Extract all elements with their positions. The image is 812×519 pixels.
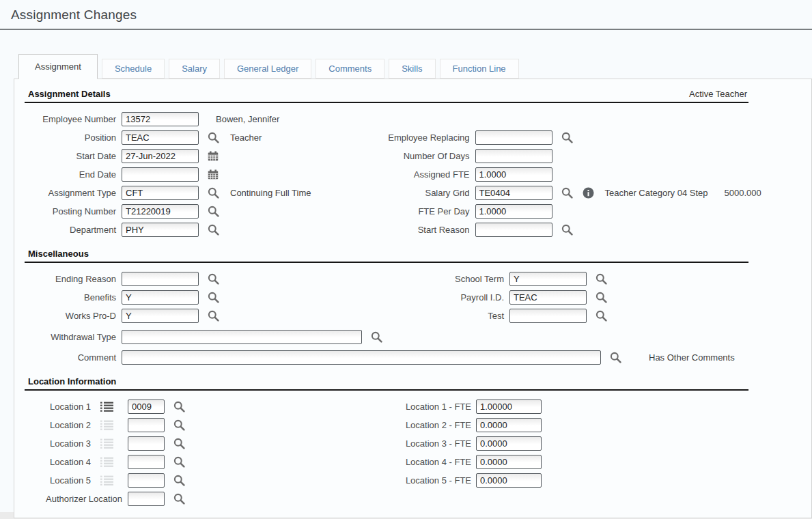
field-row-works-pro-d: Works Pro-D xyxy=(25,307,346,325)
location-1-search-icon[interactable] xyxy=(173,401,185,412)
start-date-input[interactable] xyxy=(122,149,199,163)
location-3-fte-input[interactable] xyxy=(476,436,542,451)
start-reason-search-icon[interactable] xyxy=(561,224,573,236)
position-search-icon[interactable] xyxy=(208,132,219,143)
employee-number-input[interactable] xyxy=(122,112,199,126)
field-row-assigned-fte: Assigned FTE xyxy=(311,165,761,184)
location-3-input[interactable] xyxy=(128,436,165,451)
location-3-label: Location 3 xyxy=(25,438,91,449)
location-2-fte-label: Location 2 - FTE xyxy=(346,420,471,430)
location-2-label: Location 2 xyxy=(25,420,91,430)
location-5-list-icon xyxy=(100,475,114,486)
works-pro-d-input[interactable] xyxy=(122,309,199,323)
withdrawal-type-search-icon[interactable] xyxy=(371,331,382,343)
authorizer-location-input[interactable] xyxy=(128,492,165,506)
field-row-posting-number: Posting Number xyxy=(25,202,311,221)
field-row-assignment-type: Assignment Type Continuing Full Time xyxy=(25,184,311,202)
end-date-label: End Date xyxy=(25,169,116,180)
salary-grid-info-icon[interactable] xyxy=(583,187,594,199)
school-term-label: School Term xyxy=(346,274,504,284)
works-pro-d-search-icon[interactable] xyxy=(208,310,219,322)
posting-number-search-icon[interactable] xyxy=(208,206,219,217)
number-of-days-label: Number Of Days xyxy=(311,151,470,161)
status-active-teacher: Active Teacher xyxy=(689,89,747,99)
payroll-id-label: Payroll I.D. xyxy=(346,292,504,303)
location-information-header: Location Information xyxy=(25,372,748,391)
start-date-calendar-icon[interactable] xyxy=(208,151,219,161)
tab-general-ledger[interactable]: General Ledger xyxy=(224,59,311,79)
tab-assignment[interactable]: Assignment xyxy=(18,54,98,79)
number-of-days-input[interactable] xyxy=(475,149,552,163)
field-row-location-5-fte: Location 5 - FTE xyxy=(346,471,748,490)
ending-reason-label: Ending Reason xyxy=(25,274,116,284)
location-5-search-icon[interactable] xyxy=(173,475,185,486)
page-header: Assignment Changes xyxy=(0,0,812,29)
location-4-fte-input[interactable] xyxy=(476,455,542,469)
comment-search-icon[interactable] xyxy=(610,352,621,363)
fte-per-day-input[interactable] xyxy=(475,204,552,219)
field-row-salary-grid: Salary Grid Teacher Category 04 Step 500… xyxy=(311,184,761,202)
benefits-search-icon[interactable] xyxy=(208,292,219,303)
test-search-icon[interactable] xyxy=(596,310,607,322)
section-title-location-information: Location Information xyxy=(28,376,116,387)
tab-schedule[interactable]: Schedule xyxy=(102,59,165,79)
payroll-id-input[interactable] xyxy=(509,290,587,305)
salary-grid-input[interactable] xyxy=(475,186,552,200)
location-2-list-icon xyxy=(100,420,114,431)
field-row-school-term: School Term xyxy=(346,270,748,288)
location-5-input[interactable] xyxy=(128,473,165,488)
field-row-fte-per-day: FTE Per Day xyxy=(311,202,761,221)
school-term-search-icon[interactable] xyxy=(596,273,607,285)
benefits-input[interactable] xyxy=(122,290,199,305)
field-row-comment: Comment Has Other Comments xyxy=(25,348,748,367)
location-2-input[interactable] xyxy=(128,418,165,432)
posting-number-input[interactable] xyxy=(122,204,199,219)
location-5-fte-input[interactable] xyxy=(476,473,542,488)
field-row-location-4-fte: Location 4 - FTE xyxy=(346,453,748,471)
test-input[interactable] xyxy=(509,309,587,323)
position-input[interactable] xyxy=(122,130,199,145)
tab-salary[interactable]: Salary xyxy=(169,59,220,79)
location-1-fte-label: Location 1 - FTE xyxy=(346,402,471,412)
field-row-location-2-fte: Location 2 - FTE xyxy=(346,416,748,434)
tab-function-line[interactable]: Function Line xyxy=(440,59,519,79)
employee-replacing-search-icon[interactable] xyxy=(561,132,573,143)
location-2-search-icon[interactable] xyxy=(173,419,185,431)
location-1-fte-input[interactable] xyxy=(476,399,542,414)
payroll-id-search-icon[interactable] xyxy=(596,292,607,303)
employee-replacing-input[interactable] xyxy=(475,130,552,145)
ending-reason-search-icon[interactable] xyxy=(208,273,219,285)
employee-number-label: Employee Number xyxy=(25,114,116,124)
assignment-type-input[interactable] xyxy=(122,186,199,200)
employee-replacing-label: Employee Replacing xyxy=(311,132,470,143)
tab-skills[interactable]: Skills xyxy=(389,59,435,79)
comment-label: Comment xyxy=(25,352,116,363)
tab-comments[interactable]: Comments xyxy=(316,59,384,79)
field-row-number-of-days: Number Of Days xyxy=(311,147,761,165)
assigned-fte-input[interactable] xyxy=(475,167,552,182)
location-4-input[interactable] xyxy=(128,455,165,469)
location-2-fte-input[interactable] xyxy=(476,418,542,432)
end-date-input[interactable] xyxy=(122,167,199,182)
salary-grid-search-icon[interactable] xyxy=(561,187,573,199)
start-reason-label: Start Reason xyxy=(311,225,470,235)
location-3-search-icon[interactable] xyxy=(173,438,185,449)
start-reason-input[interactable] xyxy=(475,223,552,237)
field-row-ending-reason: Ending Reason xyxy=(25,270,346,288)
authorizer-location-search-icon[interactable] xyxy=(173,493,185,505)
withdrawal-type-input[interactable] xyxy=(122,330,362,344)
end-date-calendar-icon[interactable] xyxy=(208,169,219,180)
posting-number-label: Posting Number xyxy=(25,206,116,216)
comment-input[interactable] xyxy=(122,350,601,365)
department-search-icon[interactable] xyxy=(208,224,219,236)
location-1-list-icon[interactable] xyxy=(100,402,114,412)
position-label: Position xyxy=(25,132,116,143)
fte-per-day-label: FTE Per Day xyxy=(311,206,470,216)
department-input[interactable] xyxy=(122,223,199,237)
ending-reason-input[interactable] xyxy=(122,272,199,286)
assignment-type-search-icon[interactable] xyxy=(208,187,219,199)
location-1-input[interactable] xyxy=(128,399,165,414)
location-4-search-icon[interactable] xyxy=(173,456,185,468)
school-term-input[interactable] xyxy=(509,272,587,286)
field-row-benefits: Benefits xyxy=(25,288,346,307)
